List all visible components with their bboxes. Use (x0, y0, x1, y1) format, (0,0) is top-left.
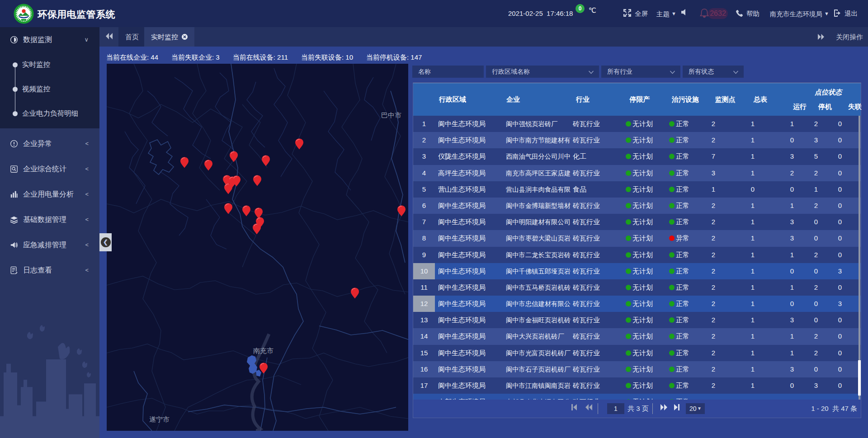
svg-text:南充市: 南充市 (253, 347, 274, 354)
svg-text:巴中市: 巴中市 (381, 111, 401, 119)
svg-text:遂宁市: 遂宁市 (149, 415, 170, 423)
